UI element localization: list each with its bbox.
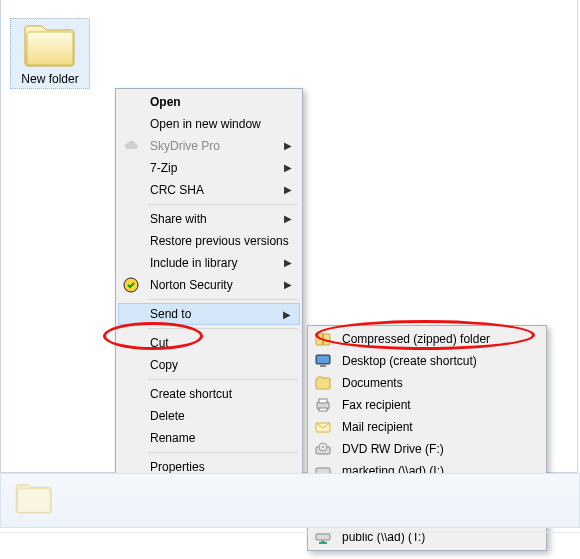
documents-icon	[315, 375, 331, 391]
svg-rect-23	[319, 542, 327, 544]
send-dvd-drive[interactable]: DVD RW Drive (F:)	[310, 438, 544, 460]
context-menu-main: Open Open in new window SkyDrive Pro▶ 7-…	[115, 88, 303, 481]
folder-label: New folder	[13, 72, 87, 86]
desktop-icon	[315, 353, 331, 369]
svg-rect-7	[319, 408, 327, 411]
cloud-icon	[123, 138, 139, 154]
details-pane-folder-icon	[14, 481, 54, 515]
norton-shield-icon	[123, 277, 139, 293]
menu-create-shortcut[interactable]: Create shortcut	[118, 383, 300, 405]
svg-rect-4	[320, 365, 326, 367]
zip-folder-icon	[315, 331, 331, 347]
folder-icon	[13, 21, 87, 69]
menu-skydrive-pro[interactable]: SkyDrive Pro▶	[118, 135, 300, 157]
menu-7zip[interactable]: 7-Zip▶	[118, 157, 300, 179]
menu-delete[interactable]: Delete	[118, 405, 300, 427]
dvd-drive-icon	[315, 441, 331, 457]
menu-send-to[interactable]: Send to▶	[118, 303, 300, 325]
svg-rect-22	[321, 541, 325, 542]
menu-copy[interactable]: Copy	[118, 354, 300, 376]
menu-norton-security[interactable]: Norton Security▶	[118, 274, 300, 296]
menu-crc-sha[interactable]: CRC SHA▶	[118, 179, 300, 201]
menu-cut[interactable]: Cut	[118, 332, 300, 354]
svg-rect-6	[319, 399, 327, 403]
svg-rect-21	[316, 534, 330, 540]
send-desktop-shortcut[interactable]: Desktop (create shortcut)	[310, 350, 544, 372]
menu-share-with[interactable]: Share with▶	[118, 208, 300, 230]
menu-restore-versions[interactable]: Restore previous versions	[118, 230, 300, 252]
send-mail-recipient[interactable]: Mail recipient	[310, 416, 544, 438]
svg-rect-1	[322, 334, 324, 345]
menu-rename[interactable]: Rename	[118, 427, 300, 449]
send-drive-public[interactable]: public (\\ad) (T:)	[310, 526, 544, 548]
menu-open-new-window[interactable]: Open in new window	[118, 113, 300, 135]
fax-icon	[315, 397, 331, 413]
menu-open[interactable]: Open	[118, 91, 300, 113]
menu-include-library[interactable]: Include in library▶	[118, 252, 300, 274]
send-compressed-folder[interactable]: Compressed (zipped) folder	[310, 328, 544, 350]
send-fax-recipient[interactable]: Fax recipient	[310, 394, 544, 416]
mail-icon	[315, 419, 331, 435]
bottom-separator	[0, 532, 580, 533]
svg-point-11	[322, 446, 324, 448]
details-pane	[0, 473, 580, 528]
svg-rect-3	[317, 356, 329, 363]
send-documents[interactable]: Documents	[310, 372, 544, 394]
folder-item-new-folder[interactable]: New folder	[10, 18, 90, 89]
